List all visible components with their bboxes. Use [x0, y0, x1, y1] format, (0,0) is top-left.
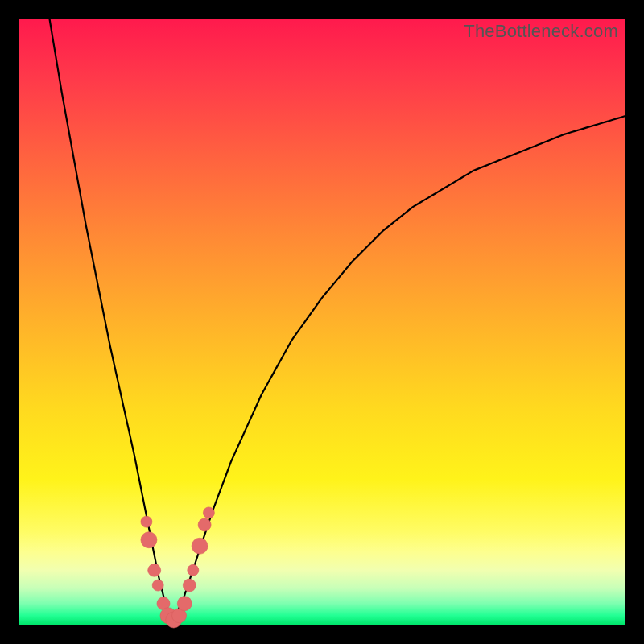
data-marker [188, 564, 199, 576]
data-marker [198, 518, 211, 531]
data-marker [152, 580, 163, 591]
curve-right-branch [171, 116, 625, 618]
data-marker [177, 597, 192, 611]
chart-svg [19, 19, 625, 625]
marker-group [141, 507, 214, 628]
data-marker [192, 538, 208, 554]
data-marker [203, 507, 214, 518]
data-marker [141, 516, 152, 527]
data-marker [141, 532, 157, 548]
curve-group [50, 19, 625, 618]
data-marker [148, 564, 161, 576]
curve-left-branch [50, 19, 171, 618]
data-marker [183, 579, 196, 592]
chart-frame: TheBottleneck.com [19, 19, 625, 625]
